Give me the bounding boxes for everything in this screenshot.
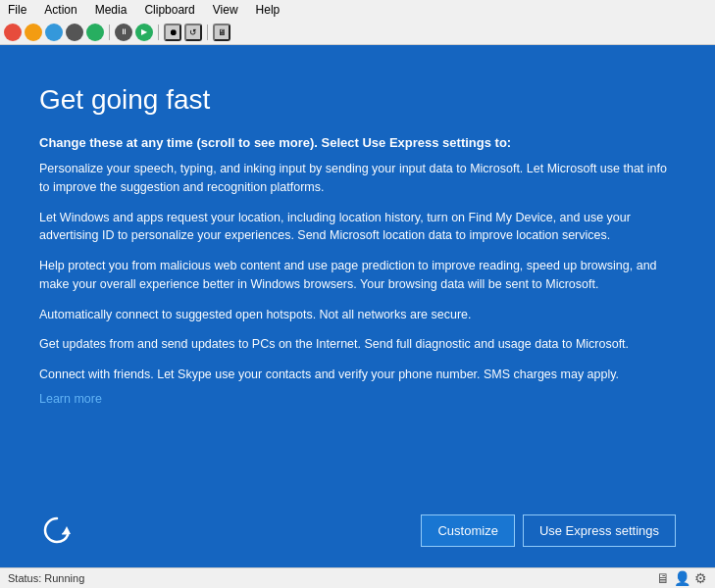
paragraph-5: Get updates from and send updates to PCs… — [39, 335, 676, 354]
toolbar-separator — [109, 24, 110, 40]
menu-action[interactable]: Action — [40, 3, 80, 17]
menu-file[interactable]: File — [4, 3, 30, 17]
toolbar-btn-monitor[interactable]: 🖥 — [213, 24, 230, 41]
menu-media[interactable]: Media — [91, 3, 131, 17]
monitor-icon: 🖥 — [656, 570, 670, 586]
status-text: Status: Running — [8, 572, 84, 584]
toolbar-separator3 — [207, 24, 208, 40]
paragraph-4: Automatically connect to suggested open … — [39, 306, 676, 324]
use-express-settings-button[interactable]: Use Express settings — [523, 514, 676, 547]
paragraph-6: Connect with friends. Let Skype use your… — [39, 366, 676, 384]
toolbar-btn-record[interactable]: ⏺ — [164, 24, 181, 41]
toolbar-btn-red[interactable] — [4, 24, 22, 41]
user-icon: 👤 — [674, 570, 690, 586]
toolbar-btn-yellow[interactable] — [25, 24, 42, 41]
status-icons: 🖥 👤 ⚙ — [656, 570, 707, 586]
toolbar-btn-pause[interactable]: ⏸ — [115, 24, 132, 41]
settings-icon: ⚙ — [694, 570, 707, 586]
svg-marker-0 — [63, 526, 71, 534]
toolbar-btn-play[interactable]: ▶ — [135, 24, 153, 41]
status-bar: Status: Running 🖥 👤 ⚙ — [0, 567, 715, 588]
main-content-area: Get going fast Change these at any time … — [0, 45, 715, 567]
toolbar-btn-green[interactable] — [86, 24, 104, 41]
menu-help[interactable]: Help — [252, 3, 284, 17]
toolbar: ⏸ ▶ ⏺ ↺ 🖥 — [0, 20, 715, 45]
paragraph-3: Help protect you from malicious web cont… — [39, 257, 676, 294]
toolbar-btn-back[interactable]: ↺ — [184, 24, 202, 41]
toolbar-btn-dark[interactable] — [66, 24, 83, 41]
page-heading: Get going fast — [39, 84, 676, 116]
page-subtitle: Change these at any time (scroll to see … — [39, 135, 676, 150]
learn-more-link[interactable]: Learn more — [39, 392, 676, 406]
menu-clipboard[interactable]: Clipboard — [140, 3, 198, 17]
paragraph-1: Personalize your speech, typing, and ink… — [39, 160, 676, 197]
paragraph-2: Let Windows and apps request your locati… — [39, 209, 676, 246]
toolbar-separator2 — [158, 24, 159, 40]
toolbar-btn-blue[interactable] — [45, 24, 63, 41]
customize-button[interactable]: Customize — [421, 514, 514, 547]
menu-bar: File Action Media Clipboard View Help — [0, 0, 715, 20]
refresh-icon — [39, 513, 75, 548]
bottom-action-bar: Customize Use Express settings — [39, 503, 676, 548]
button-group: Customize Use Express settings — [421, 514, 676, 547]
menu-view[interactable]: View — [209, 3, 242, 17]
